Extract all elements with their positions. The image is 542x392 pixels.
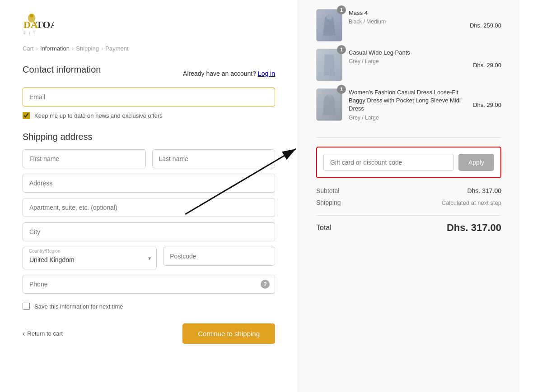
subtotal-value: Dhs. 317.00 (467, 187, 502, 194)
shipping-row: Shipping Calculated at next step (316, 199, 501, 206)
item-variant-0: Black / Medium (349, 18, 463, 25)
apply-button[interactable]: Apply (458, 154, 494, 171)
save-info-row: Save this information for next time (23, 303, 275, 310)
left-panel: DA TOAH F I T Cart › Information › Shipp… (0, 0, 298, 392)
item-variant-2: Grey / Large (349, 115, 467, 121)
breadcrumb-sep-3: › (101, 45, 103, 52)
address-field[interactable] (23, 174, 275, 193)
city-field[interactable] (23, 222, 275, 241)
item-name-0: Mass 4 (349, 9, 463, 17)
svg-rect-5 (327, 15, 332, 19)
breadcrumb-shipping[interactable]: Shipping (76, 45, 99, 52)
logo-icon: DA TOAH F I T (23, 14, 54, 37)
apartment-row (23, 198, 275, 217)
item-name-1: Casual Wide Leg Pants (349, 49, 467, 57)
total-final-row: Total Dhs. 317.00 (316, 215, 501, 234)
subtotal-label: Subtotal (316, 187, 339, 194)
item-img-wrap-0: 1 (316, 9, 342, 42)
first-name-field[interactable] (23, 149, 146, 168)
breadcrumb-information: Information (40, 45, 70, 52)
item-details-2: Women's Fashion Casual Dress Loose-Fit B… (349, 88, 467, 121)
right-panel: 1 Mass 4 Black / Medium Dhs. 259.00 1 (298, 0, 519, 392)
contact-header: Contact information Already have an acco… (23, 65, 275, 82)
item-image-2 (316, 88, 342, 121)
logo: DA TOAH F I T (23, 14, 275, 37)
item-price-2: Dhs. 29.00 (473, 101, 501, 108)
newsletter-row: Keep me up to date on news and exclusive… (23, 112, 275, 119)
contact-title: Contact information (23, 65, 101, 75)
svg-rect-6 (327, 94, 332, 98)
save-info-label: Save this information for next time (34, 303, 123, 310)
item-image-1 (316, 49, 342, 81)
item-image-0 (316, 9, 342, 42)
city-row (23, 222, 275, 241)
item-img-wrap-1: 1 (316, 49, 342, 81)
continue-button[interactable]: Continue to shipping (182, 323, 275, 344)
item-price-1: Dhs. 29.00 (473, 62, 501, 69)
order-item-2: 1 Women's Fashion Casual Dress Loose-Fit… (316, 88, 501, 121)
svg-point-4 (30, 14, 33, 18)
shipping-label: Shipping (316, 199, 341, 206)
newsletter-checkbox[interactable] (23, 112, 30, 119)
name-row (23, 149, 275, 168)
order-items: 1 Mass 4 Black / Medium Dhs. 259.00 1 (316, 9, 501, 138)
country-label: Country/Region (29, 249, 60, 254)
subtotal-row: Subtotal Dhs. 317.00 (316, 187, 501, 194)
item-badge-1: 1 (337, 45, 346, 54)
totals-section: Subtotal Dhs. 317.00 Shipping Calculated… (316, 187, 501, 206)
email-field[interactable] (23, 88, 275, 106)
address-row (23, 174, 275, 193)
pants-icon (321, 54, 337, 76)
return-link[interactable]: Return to cart (23, 330, 63, 338)
phone-help-icon[interactable]: ? (261, 280, 270, 289)
country-row: Country/Region United Kingdom (23, 247, 275, 269)
breadcrumb-sep-2: › (72, 45, 74, 52)
country-select-wrap: Country/Region United Kingdom (23, 247, 157, 269)
item-img-wrap-2: 1 (316, 88, 342, 121)
breadcrumb-payment[interactable]: Payment (105, 45, 128, 52)
already-account-label: Already have an account? (183, 70, 256, 77)
item-name-2: Women's Fashion Casual Dress Loose-Fit B… (349, 88, 467, 113)
last-name-field[interactable] (152, 149, 276, 168)
order-item-1: 1 Casual Wide Leg Pants Grey / Large Dhs… (316, 49, 501, 81)
breadcrumb-cart[interactable]: Cart (23, 45, 34, 52)
item-details-1: Casual Wide Leg Pants Grey / Large (349, 49, 467, 65)
phone-field[interactable] (23, 275, 275, 294)
item-details-0: Mass 4 Black / Medium (349, 9, 463, 25)
item-price-0: Dhs. 259.00 (470, 22, 501, 29)
shipping-value: Calculated at next step (442, 199, 501, 206)
log-in-link[interactable]: Log in (258, 70, 275, 77)
postcode-wrap (163, 247, 275, 269)
total-label: Total (316, 224, 332, 232)
breadcrumb: Cart › Information › Shipping › Payment (23, 45, 275, 52)
save-info-checkbox[interactable] (23, 303, 30, 310)
item-badge-2: 1 (337, 85, 346, 94)
svg-text:F I T: F I T (23, 31, 36, 35)
dress1-icon (321, 14, 337, 37)
shipping-section: Shipping address Country/Region United K… (23, 132, 275, 294)
contact-section: Contact information Already have an acco… (23, 65, 275, 119)
item-badge-0: 1 (337, 5, 346, 14)
dress2-icon (321, 93, 337, 116)
newsletter-label: Keep me up to date on news and exclusive… (34, 112, 163, 119)
form-actions: Return to cart Continue to shipping (23, 323, 275, 344)
svg-text:TOAH: TOAH (36, 19, 54, 30)
already-account-text: Already have an account? Log in (183, 70, 275, 77)
breadcrumb-sep-1: › (36, 45, 38, 52)
item-variant-1: Grey / Large (349, 58, 467, 65)
order-item-0: 1 Mass 4 Black / Medium Dhs. 259.00 (316, 9, 501, 42)
phone-row: ? (23, 275, 275, 294)
discount-section: Apply (316, 147, 501, 178)
discount-input[interactable] (323, 154, 454, 171)
shipping-title: Shipping address (23, 132, 275, 142)
total-value: Dhs. 317.00 (447, 222, 501, 234)
postcode-field[interactable] (163, 247, 275, 266)
apartment-field[interactable] (23, 198, 275, 217)
